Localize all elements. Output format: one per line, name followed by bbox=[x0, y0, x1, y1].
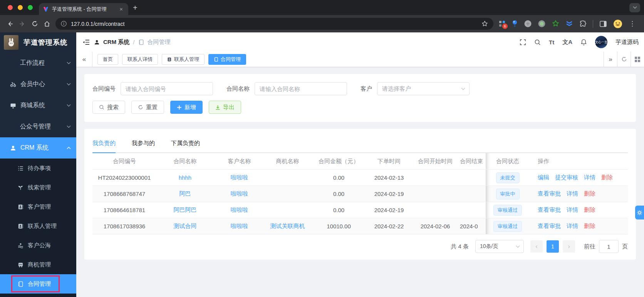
export-button[interactable]: 导出 bbox=[209, 101, 241, 114]
window-zoom-button[interactable] bbox=[28, 5, 33, 10]
contract-name-link[interactable]: hhhh bbox=[156, 170, 214, 186]
sidebar-item-todo[interactable]: 待办事项 bbox=[0, 159, 76, 178]
customer-link[interactable]: 啦啦啦 bbox=[214, 202, 265, 218]
delete-link[interactable]: 删除 bbox=[601, 174, 613, 181]
navbar-actions: Tt 文A 文心一言 芋道源码 bbox=[520, 36, 639, 48]
contract-name-input[interactable] bbox=[255, 82, 347, 95]
tab-mine[interactable]: 我负责的 bbox=[92, 137, 116, 152]
extension-green-star-icon[interactable] bbox=[552, 20, 559, 27]
chevron-up-icon bbox=[67, 147, 71, 149]
extension-grid-icon[interactable]: 6 bbox=[499, 20, 505, 27]
settings-gear-button[interactable] bbox=[635, 206, 644, 219]
detail-link[interactable]: 详情 bbox=[567, 223, 578, 230]
view-audit-link[interactable]: 查看审批 bbox=[538, 223, 561, 230]
submit-audit-link[interactable]: 提交审核 bbox=[555, 174, 578, 181]
delete-link[interactable]: 删除 bbox=[584, 223, 595, 230]
layout-grid-button[interactable] bbox=[631, 52, 644, 67]
customer-link[interactable]: 啦啦啦 bbox=[214, 218, 265, 234]
url-text[interactable]: 127.0.0.1/crm/contract bbox=[71, 21, 477, 27]
tag-contact-manage[interactable]: 联系人管理 bbox=[162, 54, 205, 65]
browser-tab[interactable]: 芋道管理系统 - 合同管理 × bbox=[39, 3, 128, 15]
sidebar-item-workflow[interactable]: 工作流程 bbox=[0, 52, 76, 74]
page-size-select[interactable]: 10条/页 bbox=[475, 240, 524, 253]
bookmark-star-icon[interactable] bbox=[481, 20, 488, 27]
extension-balloon-icon[interactable] bbox=[512, 20, 518, 27]
tab-participated[interactable]: 我参与的 bbox=[132, 137, 155, 152]
search-icon[interactable] bbox=[534, 39, 541, 46]
page-1-button[interactable]: 1 bbox=[547, 240, 559, 253]
browser-menu-icon[interactable]: ⋮ bbox=[629, 20, 636, 28]
reset-button[interactable]: 重置 bbox=[131, 101, 164, 114]
sidebar-item-opportunity[interactable]: 商机管理 bbox=[0, 255, 76, 274]
detail-link[interactable]: 详情 bbox=[567, 206, 578, 214]
customer-link[interactable]: 啦啦啦 bbox=[214, 186, 265, 202]
sidebar-item-customer-pool[interactable]: 客户公海 bbox=[0, 236, 76, 255]
view-audit-link[interactable]: 查看审批 bbox=[538, 206, 561, 214]
sidebar-item-clue[interactable]: 线索管理 bbox=[0, 178, 76, 197]
forward-button[interactable] bbox=[16, 18, 29, 30]
reload-button[interactable] bbox=[29, 18, 41, 30]
contract-name-link[interactable]: 阿巴阿巴 bbox=[156, 202, 214, 218]
refresh-page-button[interactable] bbox=[617, 52, 631, 67]
sidebar-item-mall[interactable]: 商城系统 bbox=[0, 95, 76, 116]
sidebar-item-crm[interactable]: CRM 系统 bbox=[0, 137, 76, 159]
search-button[interactable]: 搜索 bbox=[92, 101, 125, 114]
status-cell: 未提交 bbox=[486, 170, 530, 186]
add-button[interactable]: 新增 bbox=[170, 101, 203, 114]
user-avatar[interactable]: 文心一言 bbox=[595, 36, 607, 48]
delete-link[interactable]: 删除 bbox=[584, 190, 595, 197]
breadcrumb-root[interactable]: CRM 系统 bbox=[103, 39, 129, 46]
contract-name-link[interactable]: 阿巴 bbox=[156, 186, 214, 202]
sidebar-item-customer[interactable]: 客户管理 bbox=[0, 197, 76, 216]
fullscreen-icon[interactable] bbox=[520, 39, 526, 46]
profile-avatar-icon[interactable] bbox=[613, 19, 622, 29]
bell-icon[interactable] bbox=[580, 39, 587, 46]
customer-link[interactable]: 啦啦啦 bbox=[214, 170, 265, 186]
contract-name-link[interactable]: 测试合同 bbox=[156, 218, 214, 234]
translate-icon[interactable]: 文A bbox=[562, 39, 572, 46]
username[interactable]: 芋道源码 bbox=[615, 39, 639, 46]
next-page-button[interactable]: › bbox=[563, 240, 575, 253]
window-close-button[interactable] bbox=[8, 5, 13, 10]
prev-page-button[interactable]: ‹ bbox=[530, 240, 543, 253]
extensions-puzzle-icon[interactable] bbox=[579, 20, 586, 27]
sidebar-collapse-button[interactable] bbox=[78, 32, 94, 52]
favicon bbox=[43, 6, 49, 12]
customer-select[interactable]: 请选择客户 bbox=[377, 82, 470, 95]
detail-link[interactable]: 详情 bbox=[567, 190, 578, 197]
url-bar[interactable]: 127.0.0.1/crm/contract bbox=[55, 18, 493, 30]
new-tab-button[interactable]: + bbox=[133, 4, 138, 12]
tab-search-button[interactable] bbox=[629, 3, 640, 12]
detail-link[interactable]: 详情 bbox=[584, 174, 595, 181]
tab-close-icon[interactable]: × bbox=[118, 5, 124, 13]
back-button[interactable] bbox=[4, 18, 16, 30]
tab-subordinate[interactable]: 下属负责的 bbox=[171, 137, 200, 152]
tags-scroll-right-button[interactable]: » bbox=[604, 52, 617, 67]
extension-chevrons-icon[interactable] bbox=[566, 21, 573, 27]
sidebar-item-official-account[interactable]: 公众号管理 bbox=[0, 116, 76, 137]
tag-list: 首页 联系人详情 联系人管理 合同管理 bbox=[92, 54, 604, 65]
tag-contact-detail[interactable]: 联系人详情 bbox=[122, 54, 158, 65]
opportunity-link[interactable]: 测试关联商机 bbox=[265, 218, 310, 234]
tag-home[interactable]: 首页 bbox=[97, 54, 118, 65]
view-audit-link[interactable]: 查看审批 bbox=[538, 190, 561, 197]
sidebar-item-contacts[interactable]: 联系人管理 bbox=[0, 216, 76, 236]
breadcrumb-separator: / bbox=[133, 39, 134, 46]
font-size-icon[interactable]: Tt bbox=[549, 39, 554, 46]
goto-page-input[interactable] bbox=[599, 240, 619, 253]
site-info-icon[interactable] bbox=[61, 21, 67, 27]
edit-link[interactable]: 编辑 bbox=[538, 174, 549, 181]
extension-green-dot-icon[interactable] bbox=[538, 20, 545, 27]
extension-gray-circle-icon[interactable] bbox=[524, 20, 532, 27]
contract-no-input[interactable] bbox=[121, 82, 213, 95]
tags-scroll-left-button[interactable]: « bbox=[76, 52, 92, 67]
side-panel-icon[interactable] bbox=[600, 21, 607, 27]
bus-icon bbox=[18, 262, 23, 268]
tag-contract-manage[interactable]: 合同管理 bbox=[208, 54, 246, 65]
window-minimize-button[interactable] bbox=[18, 5, 23, 10]
delete-link[interactable]: 删除 bbox=[584, 206, 595, 214]
sidebar-item-member[interactable]: 会员中心 bbox=[0, 74, 76, 95]
sidebar-item-contract[interactable]: 合同管理 bbox=[0, 274, 76, 294]
app-logo[interactable]: 芋道管理系统 bbox=[0, 32, 76, 52]
home-button[interactable] bbox=[41, 18, 53, 30]
